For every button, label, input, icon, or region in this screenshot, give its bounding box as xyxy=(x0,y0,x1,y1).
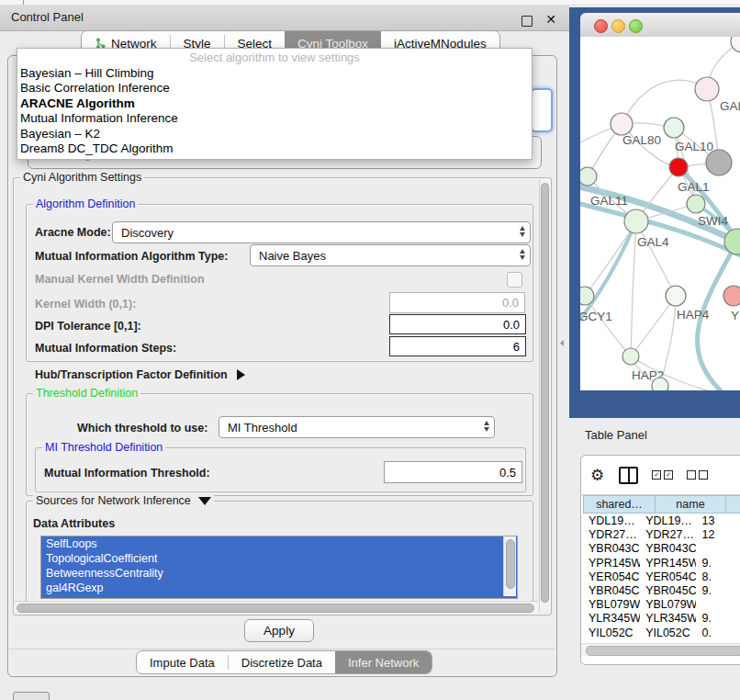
dropdown-item[interactable]: Mutual Information Inference xyxy=(17,111,532,126)
stepper-icon xyxy=(520,249,525,260)
manual-kernel-checkbox[interactable] xyxy=(507,272,522,288)
table-row[interactable]: YER054CYER054C8. xyxy=(583,570,740,584)
unchecked-pair-icon[interactable] xyxy=(687,470,708,480)
dropdown-item[interactable]: Dream8 DC_TDC Algorithm xyxy=(17,141,532,156)
network-node-gal80[interactable] xyxy=(611,113,633,135)
minimize-traffic-light[interactable] xyxy=(611,19,625,33)
table-row[interactable]: YBR043CYBR043C xyxy=(583,542,740,556)
algorithm-dropdown-popup: Select algorithm to view settings Bayesi… xyxy=(17,48,533,160)
table-cell: YIL052C xyxy=(640,627,696,640)
column-header[interactable]: A xyxy=(726,495,740,514)
node-label: SWI4 xyxy=(698,214,728,228)
network-graph[interactable]: GALGAL80GAL10GAL1GAL11SWI4GAL4GCY1HAP4YH… xyxy=(580,37,740,390)
bottom-left-partial-button[interactable] xyxy=(13,692,50,700)
expand-right-icon xyxy=(237,369,245,380)
table-cell: 0. xyxy=(696,627,740,640)
list-item[interactable]: TopologicalCoefficient xyxy=(41,551,517,566)
settings-group-title: Cyni Algorithm Settings xyxy=(20,171,144,184)
table-panel-title: Table Panel xyxy=(585,428,647,442)
network-node-gal4[interactable] xyxy=(624,209,648,233)
settings-vertical-scrollbar-thumb[interactable] xyxy=(541,183,549,603)
table-cell: YDL19… xyxy=(583,514,640,528)
column-header[interactable]: shared… xyxy=(583,495,656,514)
network-node-gal10[interactable] xyxy=(664,118,684,138)
network-view-window: GALGAL80GAL10GAL1GAL11SWI4GAL4GCY1HAP4YH… xyxy=(569,7,740,418)
checked-pair-icon[interactable]: ✓✓ xyxy=(652,470,673,480)
dropdown-item[interactable]: Bayesian – K2 xyxy=(17,127,532,141)
node-label: GCY1 xyxy=(580,310,612,323)
panel-inner-divider xyxy=(9,649,555,649)
list-item[interactable]: SelfLoops xyxy=(41,536,517,551)
dropdown-item[interactable]: ARACNE Algorithm xyxy=(17,96,532,111)
table-cell: 9. xyxy=(696,557,740,570)
gear-icon[interactable]: ⚙ xyxy=(590,466,604,485)
network-edge xyxy=(636,221,676,296)
network-node-swi4[interactable] xyxy=(687,195,705,213)
table-row[interactable]: YDL19…YDL19…13 xyxy=(583,514,740,528)
node-label: HAP4 xyxy=(677,308,710,322)
dropdown-item[interactable]: Basic Correlation Inference xyxy=(17,81,532,96)
tab-discretize-data[interactable]: Discretize Data xyxy=(229,651,335,673)
float-window-icon[interactable] xyxy=(521,16,533,27)
split-columns-icon[interactable] xyxy=(619,467,638,484)
data-attributes-list[interactable]: SelfLoopsTopologicalCoefficientBetweenne… xyxy=(40,536,518,599)
close-traffic-light[interactable] xyxy=(594,19,608,33)
table-horizontal-scrollbar[interactable] xyxy=(581,643,740,656)
network-node-y[interactable] xyxy=(723,286,740,306)
mi-type-combo[interactable]: Naive Bayes xyxy=(250,244,531,266)
network-node-gal11[interactable] xyxy=(580,167,597,186)
kernel-width-field[interactable]: 0.0 xyxy=(389,292,525,313)
threshold-definition-title: Threshold Definition xyxy=(33,387,140,400)
splitpane-handle[interactable] xyxy=(560,340,564,346)
tab-infer-network[interactable]: Infer Network xyxy=(335,651,432,673)
tab-impute-data[interactable]: Impute Data xyxy=(137,651,228,673)
network-node[interactable] xyxy=(731,37,740,52)
network-canvas[interactable]: GALGAL80GAL10GAL1GAL11SWI4GAL4GCY1HAP4YH… xyxy=(580,37,740,390)
network-node-hap4[interactable] xyxy=(666,286,686,306)
sources-group-title[interactable]: Sources for Network Inference xyxy=(33,494,214,507)
table-cell: YDL19… xyxy=(640,514,696,528)
table-row[interactable]: YLR345WYLR345W9. xyxy=(583,612,740,626)
manual-kernel-label: Manual Kernel Width Definition xyxy=(35,273,205,286)
which-threshold-value: MI Threshold xyxy=(228,421,297,435)
column-header[interactable]: name xyxy=(656,495,726,514)
network-node-gcy1[interactable] xyxy=(580,287,594,305)
settings-vertical-scrollbar[interactable] xyxy=(539,179,550,612)
close-icon[interactable]: ✕ xyxy=(545,12,556,27)
table-row[interactable]: YPR145WYPR145W9. xyxy=(583,557,740,570)
mi-steps-field[interactable]: 6 xyxy=(389,336,526,356)
network-node[interactable] xyxy=(652,378,668,390)
table-row[interactable]: YBL079WYBL079W xyxy=(583,598,740,612)
stepper-icon xyxy=(520,226,525,237)
mi-threshold-field[interactable]: 0.5 xyxy=(384,461,522,483)
zoom-traffic-light[interactable] xyxy=(629,19,643,33)
table-header-row: shared…nameA xyxy=(583,495,740,514)
node-label: GAL1 xyxy=(678,180,710,194)
table-cell: 8. xyxy=(696,570,740,584)
attributes-vertical-scrollbar[interactable] xyxy=(503,536,516,596)
list-item[interactable]: BetweennessCentrality xyxy=(41,566,517,581)
attributes-vscrollbar-thumb[interactable] xyxy=(506,539,515,589)
network-node[interactable] xyxy=(706,150,732,175)
network-node-gal[interactable] xyxy=(695,77,719,101)
network-window-titlebar[interactable] xyxy=(580,13,740,38)
network-node-gal1[interactable] xyxy=(669,158,688,176)
table-row[interactable]: YBR045CYBR045C9. xyxy=(583,584,740,598)
table-row[interactable]: YDR27…YDR27…12 xyxy=(583,528,740,542)
settings-horizontal-scrollbar[interactable] xyxy=(15,601,538,613)
list-item[interactable]: gal4RGexp xyxy=(41,581,517,595)
aracne-mode-combo[interactable]: Discovery xyxy=(112,221,531,243)
node-label: GAL11 xyxy=(590,194,628,208)
list-item[interactable]: gal80Rexp xyxy=(41,595,517,599)
dpi-tolerance-field[interactable]: 0.0 xyxy=(389,314,526,334)
dropdown-item[interactable]: Bayesian – Hill Climbing xyxy=(17,66,532,81)
network-node-hap2[interactable] xyxy=(622,348,639,365)
table-hscrollbar-thumb[interactable] xyxy=(586,646,740,656)
table-cell: YBR043C xyxy=(583,542,640,556)
table-row[interactable]: YIL052CYIL052C0. xyxy=(583,627,740,640)
settings-hscrollbar-thumb[interactable] xyxy=(17,604,534,613)
sources-title-text: Sources for Network Inference xyxy=(36,494,191,507)
apply-button[interactable]: Apply xyxy=(244,619,314,642)
hub-definition-toggle[interactable]: Hub/Transcription Factor Definition xyxy=(35,368,245,381)
which-threshold-combo[interactable]: MI Threshold xyxy=(219,416,495,438)
